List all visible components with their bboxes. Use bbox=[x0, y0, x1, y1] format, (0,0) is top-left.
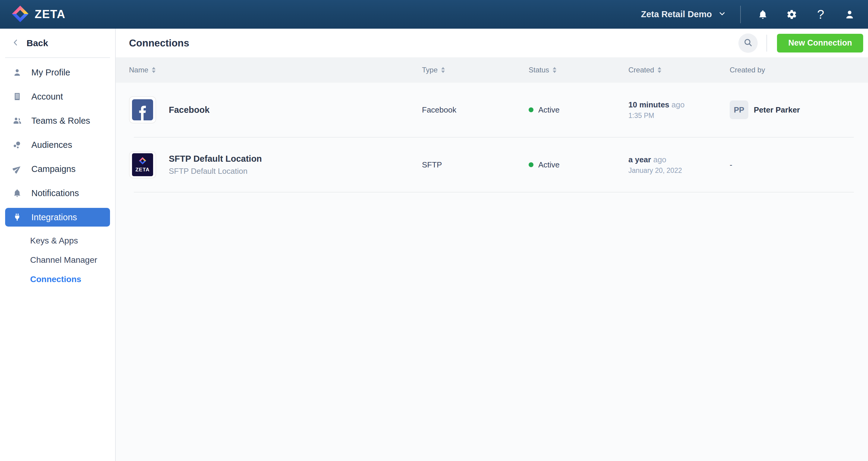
bell-icon bbox=[12, 189, 22, 198]
zeta-logo-tile: ZETA bbox=[129, 151, 156, 178]
sidebar-item-label: Account bbox=[31, 92, 63, 102]
bubbles-icon bbox=[12, 140, 22, 149]
main-content: Connections New Connection Name Type bbox=[116, 29, 868, 461]
connection-created: 10 minutes ago 1:35 PM bbox=[628, 100, 730, 120]
sidebar-item-my-profile[interactable]: My Profile bbox=[0, 60, 115, 84]
sort-icon bbox=[658, 67, 661, 73]
row-divider bbox=[134, 192, 854, 193]
page-title: Connections bbox=[129, 37, 189, 49]
chevron-left-icon bbox=[11, 38, 20, 48]
sidebar-item-label: Notifications bbox=[31, 188, 79, 198]
sub-item-label: Channel Manager bbox=[30, 255, 97, 265]
building-icon bbox=[12, 92, 22, 101]
column-header-status[interactable]: Status bbox=[529, 66, 628, 74]
page-header: Connections New Connection bbox=[116, 29, 868, 57]
status-dot bbox=[529, 162, 533, 167]
topbar-divider bbox=[740, 6, 741, 23]
created-suffix: ago bbox=[672, 100, 684, 109]
user-icon[interactable] bbox=[844, 9, 855, 20]
sub-item-label: Keys & Apps bbox=[30, 236, 78, 246]
sidebar-item-label: Teams & Roles bbox=[31, 116, 90, 126]
chevron-down-icon bbox=[718, 9, 726, 19]
search-icon bbox=[743, 38, 753, 49]
sidebar-item-audiences[interactable]: Audiences bbox=[0, 133, 115, 157]
connection-name: SFTP Default Location bbox=[169, 154, 262, 164]
created-by-name: - bbox=[730, 160, 733, 170]
sort-icon bbox=[441, 67, 445, 73]
created-suffix: ago bbox=[653, 155, 666, 164]
topbar: ZETA Zeta Retail Demo ? bbox=[0, 0, 868, 29]
connection-created-by: - bbox=[730, 160, 854, 170]
status-dot bbox=[529, 107, 533, 112]
back-button[interactable]: Back bbox=[0, 29, 115, 57]
column-label: Type bbox=[422, 66, 438, 74]
notifications-bell-icon[interactable] bbox=[757, 9, 769, 20]
table-header: Name Type Status Created Created by bbox=[116, 57, 868, 83]
sidebar-item-integrations[interactable]: Integrations bbox=[5, 208, 110, 227]
sidebar-item-label: Campaigns bbox=[31, 164, 76, 174]
zeta-tile-wordmark: ZETA bbox=[135, 167, 150, 173]
account-name: Zeta Retail Demo bbox=[641, 9, 712, 19]
column-label: Created bbox=[628, 66, 654, 74]
sort-icon bbox=[553, 67, 556, 73]
created-by-name: Peter Parker bbox=[754, 105, 800, 115]
table-row-sftp-default-location[interactable]: ZETA SFTP Default Location SFTP Default … bbox=[116, 138, 868, 192]
facebook-logo bbox=[129, 96, 156, 123]
header-divider bbox=[767, 35, 767, 52]
column-header-name[interactable]: Name bbox=[129, 66, 422, 74]
column-header-created-by[interactable]: Created by bbox=[730, 66, 854, 74]
user-icon bbox=[12, 68, 22, 77]
created-detail: January 20, 2022 bbox=[628, 167, 730, 175]
status-label: Active bbox=[538, 160, 560, 170]
sidebar-item-label: Integrations bbox=[31, 212, 77, 222]
column-label: Created by bbox=[730, 66, 765, 74]
sidebar-item-label: Audiences bbox=[31, 140, 72, 150]
connections-table: Facebook Facebook Active 10 minutes ago … bbox=[116, 83, 868, 461]
new-connection-button[interactable]: New Connection bbox=[777, 34, 863, 53]
sidebar-item-notifications[interactable]: Notifications bbox=[0, 181, 115, 205]
status-label: Active bbox=[538, 105, 560, 115]
column-label: Name bbox=[129, 66, 148, 74]
settings-gear-icon[interactable] bbox=[786, 9, 798, 20]
sidebar: Back My Profile Account Teams & Role bbox=[0, 29, 116, 461]
connection-status: Active bbox=[529, 160, 628, 170]
back-label: Back bbox=[27, 38, 48, 48]
column-header-created[interactable]: Created bbox=[628, 66, 730, 74]
connection-status: Active bbox=[529, 105, 628, 115]
sidebar-nav: My Profile Account Teams & Roles Audienc… bbox=[0, 58, 115, 289]
account-switcher[interactable]: Zeta Retail Demo bbox=[641, 9, 726, 19]
column-label: Status bbox=[529, 66, 549, 74]
zeta-logo[interactable]: ZETA bbox=[11, 5, 65, 24]
paper-plane-icon bbox=[12, 165, 22, 173]
sidebar-item-account[interactable]: Account bbox=[0, 84, 115, 109]
integrations-sub-list: Keys & Apps Channel Manager Connections bbox=[0, 229, 115, 289]
sub-item-label: Connections bbox=[30, 275, 82, 284]
connection-type: Facebook bbox=[422, 105, 529, 115]
sidebar-subitem-channel-manager[interactable]: Channel Manager bbox=[0, 251, 115, 270]
connection-subtitle: SFTP Default Location bbox=[169, 167, 262, 176]
sidebar-item-campaigns[interactable]: Campaigns bbox=[0, 157, 115, 181]
search-button[interactable] bbox=[738, 33, 758, 53]
sidebar-item-teams-roles[interactable]: Teams & Roles bbox=[0, 109, 115, 133]
connection-type: SFTP bbox=[422, 160, 529, 170]
sort-icon bbox=[152, 67, 156, 73]
users-icon bbox=[12, 116, 22, 125]
created-relative: 10 minutes bbox=[628, 100, 670, 109]
brand-wordmark: ZETA bbox=[35, 8, 65, 21]
sidebar-subitem-connections[interactable]: Connections bbox=[0, 270, 115, 289]
connection-created-by: PP Peter Parker bbox=[730, 100, 854, 119]
sidebar-subitem-keys-apps[interactable]: Keys & Apps bbox=[0, 231, 115, 251]
connection-name: Facebook bbox=[169, 105, 210, 115]
avatar: PP bbox=[730, 100, 748, 119]
column-header-type[interactable]: Type bbox=[422, 66, 529, 74]
plug-icon bbox=[12, 213, 22, 222]
zeta-diamond-icon bbox=[11, 5, 29, 24]
sidebar-item-label: My Profile bbox=[31, 67, 70, 78]
connection-created: a year ago January 20, 2022 bbox=[628, 155, 730, 175]
created-detail: 1:35 PM bbox=[628, 112, 730, 120]
help-icon[interactable]: ? bbox=[815, 9, 827, 20]
created-relative: a year bbox=[628, 155, 651, 164]
table-row-facebook[interactable]: Facebook Facebook Active 10 minutes ago … bbox=[116, 83, 868, 137]
